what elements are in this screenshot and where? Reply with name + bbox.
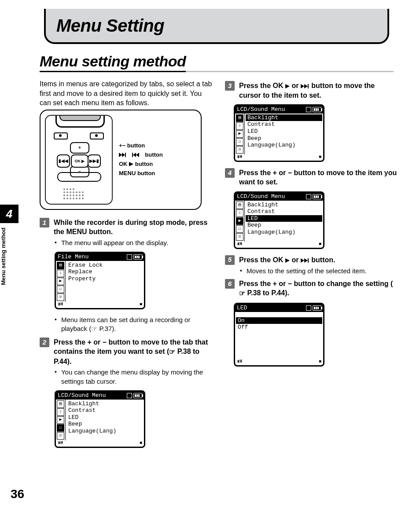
lcd-file-menu: File Menu▤⇩▶☐☑Erase LockReplaceProperty … <box>55 252 145 309</box>
step-number: 5 <box>225 255 235 265</box>
svg-marker-11 <box>285 258 290 263</box>
svg-marker-5 <box>136 153 139 157</box>
side-label: Menu setting method <box>0 223 7 290</box>
page-number: 36 <box>11 487 24 501</box>
step-number: 6 <box>225 279 235 289</box>
step-3: 3 Press the OK or button to move the cur… <box>225 81 398 100</box>
svg-marker-12 <box>301 258 304 263</box>
chapter-number: 4 <box>0 205 18 223</box>
svg-rect-10 <box>308 84 309 88</box>
rew-button: ▮◀◀ <box>57 154 70 168</box>
step-number: 4 <box>225 168 235 178</box>
pointer-icon: ☞ <box>91 324 97 334</box>
svg-marker-8 <box>301 84 304 88</box>
device-button-legend: +− button button OK button MENU button <box>119 141 163 178</box>
side-tab: 4 Menu setting method <box>0 205 18 290</box>
svg-rect-3 <box>132 153 133 157</box>
step-1-bullet-2: Menu items can be set during a recording… <box>55 316 213 334</box>
device-diagram: + − ▮◀◀ ▶▶▮ OK ▶ +− button <box>40 110 202 210</box>
step-number: 2 <box>40 338 49 347</box>
step-5-bullet-1: Moves to the setting of the selected ite… <box>240 267 398 275</box>
step-4: 4 Press the + or − button to move to the… <box>225 168 398 187</box>
svg-marker-9 <box>304 84 308 88</box>
step-1: 1 While the recorder is during stop mode… <box>40 218 213 237</box>
menu-button <box>57 172 101 182</box>
step-2: 2 Press the + or − button to move to the… <box>40 338 213 367</box>
step-number: 1 <box>40 218 49 227</box>
ok-button: OK ▶ <box>71 154 88 168</box>
svg-marker-7 <box>285 84 290 88</box>
step-5: 5 Press the OK or button. <box>225 255 398 265</box>
svg-marker-6 <box>129 162 133 166</box>
lcd-sound-menu-backlight: LCD/Sound Menu▤⇩▶☐☑BacklightContrastLEDB… <box>234 104 324 162</box>
step-text: Press the OK or button. <box>239 255 398 265</box>
svg-marker-1 <box>122 153 125 157</box>
play-icon <box>285 258 290 263</box>
svg-marker-4 <box>133 153 136 157</box>
step-text: Press the + or − button to move to the i… <box>239 168 398 187</box>
step-text: Press the + or − button to move to the t… <box>54 338 213 367</box>
svg-rect-14 <box>308 258 309 263</box>
ff-icon <box>301 258 309 263</box>
step-number: 3 <box>225 81 235 91</box>
step-text: Press the OK or button to move the curso… <box>239 81 398 100</box>
lcd-sound-menu-led: LCD/Sound Menu▤⇩▶☐☑BacklightContrastLEDB… <box>234 191 324 249</box>
lcd-sound-menu-beep: LCD/Sound Menu▤⇩▶☐☑BacklightContrastLEDB… <box>55 390 145 448</box>
play-icon <box>129 162 133 166</box>
step-text: Press the + or − button to change the se… <box>239 279 398 298</box>
ff-icon <box>119 153 130 157</box>
play-icon <box>285 84 290 88</box>
ff-button: ▶▶▮ <box>88 154 101 168</box>
step-6: 6 Press the + or − button to change the … <box>225 279 398 298</box>
svg-marker-13 <box>304 258 308 263</box>
pointer-icon: ☞ <box>239 289 245 298</box>
svg-rect-2 <box>125 153 126 157</box>
chapter-header: Menu Setting <box>44 9 389 44</box>
svg-marker-0 <box>119 153 122 157</box>
step-text: While the recorder is during stop mode, … <box>54 218 213 237</box>
lcd-led-setting: LEDOnOff ▮H■ <box>234 303 324 367</box>
step-1-bullet-1: The menu will appear on the display. <box>55 238 213 247</box>
ff-icon <box>301 84 309 88</box>
plus-button: + <box>70 142 89 154</box>
section-title: Menu setting method <box>40 53 186 72</box>
intro-text: Items in menus are categorized by tabs, … <box>40 79 213 108</box>
chapter-title: Menu Setting <box>56 16 164 36</box>
section-heading: Menu setting method <box>40 53 394 72</box>
recorder-drawing: + − ▮◀◀ ▶▶▮ OK ▶ <box>45 115 113 205</box>
pointer-icon: ☞ <box>169 347 175 357</box>
step-2-bullet-1: You can change the menu display by movin… <box>55 368 213 386</box>
rew-icon <box>132 153 144 157</box>
